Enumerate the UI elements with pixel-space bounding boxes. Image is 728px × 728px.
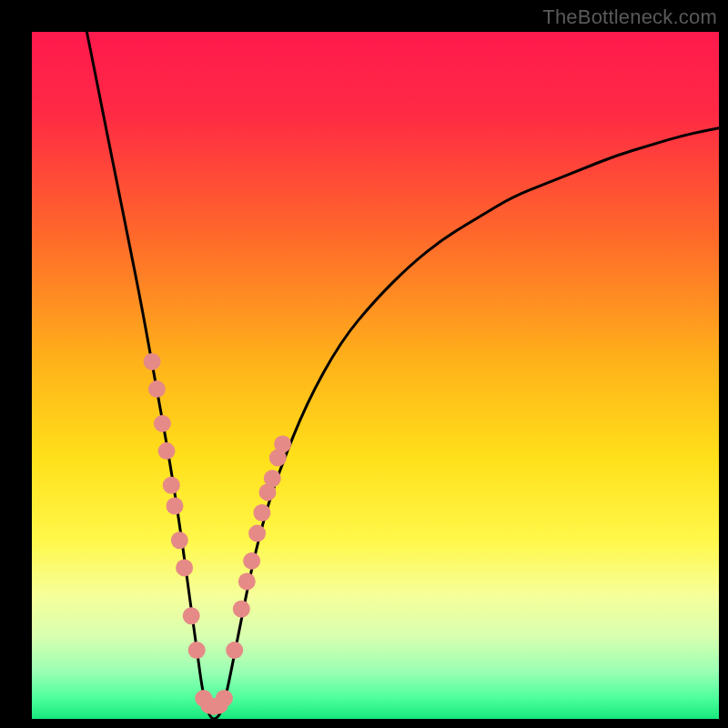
bottleneck-curve <box>86 32 719 719</box>
highlight-dot <box>238 573 256 591</box>
highlight-dot <box>163 477 180 494</box>
highlight-dot <box>233 601 250 618</box>
plot-area <box>32 32 719 719</box>
highlight-dot <box>253 504 270 521</box>
highlight-dot <box>176 559 193 576</box>
highlight-dot <box>144 353 161 370</box>
highlight-dot <box>216 690 233 707</box>
highlight-dot <box>226 642 243 659</box>
highlight-dot <box>248 525 266 542</box>
highlight-dot <box>264 470 281 487</box>
highlight-dot <box>274 436 291 453</box>
curve-layer <box>32 32 719 719</box>
highlight-dot <box>154 415 171 432</box>
highlight-dot <box>171 531 188 549</box>
highlight-dot <box>183 607 200 624</box>
highlight-dot <box>158 442 176 460</box>
highlight-dots <box>144 353 292 715</box>
highlight-dot <box>148 380 166 398</box>
chart-frame: TheBottleneck.com <box>0 0 728 728</box>
highlight-dot <box>243 552 260 570</box>
highlight-dot <box>188 642 206 659</box>
highlight-dot <box>167 498 184 515</box>
watermark-text: TheBottleneck.com <box>542 5 717 29</box>
